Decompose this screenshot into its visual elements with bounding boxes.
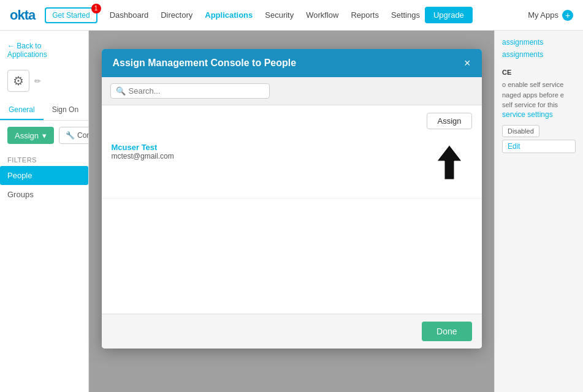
page-body: ← Back to Applications ⚙ ✏ General Sign … <box>0 31 583 392</box>
right-panel-section: CE o enable self service naged apps befo… <box>502 69 576 153</box>
right-panel: assignments assignments CE o enable self… <box>494 31 583 392</box>
my-apps-area[interactable]: My Apps + <box>528 10 573 21</box>
search-input[interactable] <box>129 86 264 96</box>
my-apps-label: My Apps <box>528 10 558 20</box>
tab-sign-on[interactable]: Sign On <box>44 100 87 120</box>
arrow-up-icon <box>435 144 464 181</box>
my-apps-plus-icon: + <box>562 10 573 21</box>
configure-wrench-icon: 🔧 <box>66 131 75 140</box>
svg-marker-0 <box>437 145 462 179</box>
upgrade-button[interactable]: Upgrade <box>425 7 473 23</box>
top-navigation: okta Get Started 1 Dashboard Directory A… <box>0 0 583 31</box>
modal-header: Assign Management Console to People × <box>102 49 482 77</box>
nav-workflow[interactable]: Workflow <box>306 10 338 20</box>
main-area: Assign Management Console to People × 🔍 … <box>89 31 494 392</box>
app-icon-area: ⚙ ✏ <box>0 64 88 98</box>
notification-badge: 1 <box>91 4 101 13</box>
modal-title: Assign Management Console to People <box>113 58 297 69</box>
user-email: mctest@gmail.com <box>112 152 174 160</box>
nav-applications[interactable]: Applications <box>205 10 253 20</box>
user-info: Mcuser Test mctest@gmail.com <box>112 143 174 160</box>
right-panel-text: o enable self service naged apps before … <box>502 80 576 110</box>
nav-security[interactable]: Security <box>265 10 294 20</box>
modal-close-button[interactable]: × <box>464 58 471 69</box>
modal-footer: Done <box>102 314 482 349</box>
arrow-up-indicator <box>435 134 464 190</box>
nav-directory[interactable]: Directory <box>161 10 192 20</box>
sidebar: ← Back to Applications ⚙ ✏ General Sign … <box>0 31 89 392</box>
user-name: Mcuser Test <box>112 143 174 152</box>
back-link[interactable]: ← Back to Applications <box>0 37 88 64</box>
nav-reports[interactable]: Reports <box>351 10 379 20</box>
edit-icon-button[interactable]: ✏ <box>34 77 41 86</box>
get-started-button[interactable]: Get Started 1 <box>45 7 97 23</box>
assign-modal: Assign Management Console to People × 🔍 … <box>102 49 482 349</box>
filters-label: FILTERS <box>0 150 88 166</box>
search-icon: 🔍 <box>116 86 126 96</box>
modal-body: Mcuser Test mctest@gmail.com Assign <box>102 105 482 314</box>
okta-logo: okta <box>10 7 35 23</box>
service-settings-link[interactable]: service settings <box>502 110 576 119</box>
filter-groups[interactable]: Groups <box>0 185 88 204</box>
filter-people[interactable]: People <box>0 166 88 185</box>
assign-user-button[interactable]: Assign <box>427 113 471 129</box>
assign-chevron-icon: ▾ <box>42 131 47 140</box>
nav-settings[interactable]: Settings <box>391 10 420 20</box>
app-icon: ⚙ <box>7 70 29 92</box>
app-tabs: General Sign On <box>0 100 88 121</box>
nav-links: Dashboard Directory Applications Securit… <box>110 10 420 20</box>
user-row: Mcuser Test mctest@gmail.com Assign <box>102 105 482 198</box>
action-row: Assign ▾ 🔧 Configure <box>0 121 88 150</box>
done-button[interactable]: Done <box>422 322 471 341</box>
edit-link[interactable]: Edit <box>502 140 576 153</box>
assign-button[interactable]: Assign ▾ <box>7 127 54 144</box>
search-input-wrap: 🔍 <box>110 83 270 99</box>
status-badge: Disabled <box>502 125 539 137</box>
group-assignments-link[interactable]: assignments <box>502 50 576 59</box>
people-assignments-link[interactable]: assignments <box>502 38 576 47</box>
nav-dashboard[interactable]: Dashboard <box>110 10 149 20</box>
modal-search-area: 🔍 <box>102 77 482 105</box>
right-panel-title: CE <box>502 69 576 76</box>
tab-general[interactable]: General <box>0 100 44 120</box>
